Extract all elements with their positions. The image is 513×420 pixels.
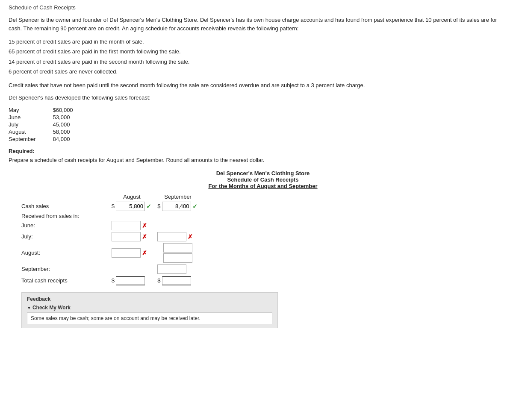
bullet-2: 65 percent of credit sales are paid in t…	[9, 47, 504, 56]
june-label: June:	[21, 220, 109, 231]
august-label: August:	[21, 242, 109, 264]
august-aug-x-icon: ✗	[142, 250, 147, 256]
forecast-label: Del Spencer's has developed the followin…	[9, 94, 504, 102]
dollar-aug: $	[112, 203, 115, 209]
total-sep-input[interactable]	[162, 276, 191, 285]
forecast-month-may: May	[9, 106, 53, 114]
forecast-month-august: August	[9, 128, 53, 135]
september-sep-cell	[155, 264, 201, 275]
dollar-sep: $	[157, 203, 160, 209]
forecast-month-september: September	[9, 135, 53, 143]
forecast-row-september: September 84,000	[9, 135, 90, 143]
bullet-list: 15 percent of credit sales are paid in t…	[9, 37, 504, 77]
august-aug-cell: ✗	[109, 242, 155, 264]
june-aug-input[interactable]	[112, 221, 141, 230]
bullet-1: 15 percent of credit sales are paid in t…	[9, 37, 504, 47]
september-label: September:	[21, 264, 109, 275]
check-aug-icon: ✓	[146, 203, 151, 210]
september-sep-input[interactable]	[157, 264, 186, 274]
july-label: July:	[21, 231, 109, 242]
total-label: Total cash receipts	[21, 275, 109, 286]
feedback-title: Feedback	[27, 296, 272, 302]
forecast-row-june: June 53,000	[9, 114, 90, 121]
schedule-container: Del Spencer's Men's Clothing Store Sched…	[21, 170, 504, 286]
august-sep-input-1[interactable]	[163, 243, 192, 253]
august-row: August: ✗	[21, 242, 201, 264]
triangle-icon: ▼	[27, 305, 31, 310]
cash-sales-sep-input[interactable]	[162, 202, 191, 211]
july-aug-input[interactable]	[112, 232, 141, 241]
august-sep-input-2[interactable]	[163, 253, 192, 263]
forecast-row-august: August 58,000	[9, 128, 90, 135]
intro-paragraph: Del Spencer is the owner and founder of …	[9, 16, 504, 32]
forecast-month-july: July	[9, 121, 53, 128]
total-sep-dollar: $	[157, 277, 160, 284]
check-my-work[interactable]: ▼Check My Work	[27, 305, 272, 311]
total-aug-input[interactable]	[116, 276, 145, 285]
received-aug-empty	[109, 212, 155, 220]
schedule-header: Del Spencer's Men's Clothing Store Sched…	[21, 170, 504, 189]
cash-sales-label: Cash sales	[21, 201, 109, 212]
company-name: Del Spencer's Men's Clothing Store	[21, 170, 504, 176]
received-header-row: Received from sales in:	[21, 212, 201, 220]
forecast-month-june: June	[9, 114, 53, 121]
forecast-amount-july: 45,000	[53, 121, 90, 128]
col-august-header: August	[109, 193, 155, 201]
forecast-amount-may: $60,000	[53, 106, 90, 114]
cash-sales-sep-cell: $ ✓	[155, 201, 201, 212]
cash-sales-row: Cash sales $ ✓ $ ✓	[21, 201, 201, 212]
schedule-table: August September Cash sales $ ✓ $	[21, 193, 201, 286]
july-row: July: ✗ ✗	[21, 231, 201, 242]
feedback-container: Feedback ▼Check My Work Some sales may b…	[21, 292, 278, 328]
total-aug-dollar: $	[112, 277, 115, 284]
august-sep-cell	[155, 242, 201, 264]
july-sep-x-icon: ✗	[188, 233, 193, 240]
cash-sales-aug-input[interactable]	[116, 202, 145, 211]
september-row: September:	[21, 264, 201, 275]
june-sep-cell	[155, 220, 201, 231]
schedule-period: For the Months of August and September	[21, 183, 504, 189]
total-row: Total cash receipts $ $	[21, 275, 201, 286]
july-aug-x-icon: ✗	[142, 233, 147, 240]
august-aug-input[interactable]	[112, 248, 141, 258]
bullet-4: 6 percent of credit sales are never coll…	[9, 67, 504, 76]
total-sep-cell: $	[155, 275, 201, 286]
note-text: Credit sales that have not been paid unt…	[9, 81, 504, 90]
received-sep-empty	[155, 212, 201, 220]
total-aug-cell: $	[109, 275, 155, 286]
schedule-title-line: Schedule of Cash Receipts	[21, 176, 504, 183]
july-sep-cell: ✗	[155, 231, 201, 242]
feedback-text: Some sales may be cash; some are on acco…	[27, 312, 272, 324]
june-aug-cell: ✗	[109, 220, 155, 231]
col-sep-header: September	[155, 193, 201, 201]
june-aug-x-icon: ✗	[142, 222, 147, 229]
forecast-row-july: July 45,000	[9, 121, 90, 128]
required-section: Required: Prepare a schedule of cash rec…	[9, 148, 504, 163]
forecast-section: May $60,000 June 53,000 July 45,000 Augu…	[9, 106, 504, 143]
page-title: Schedule of Cash Receipts	[9, 4, 504, 11]
forecast-amount-august: 58,000	[53, 128, 90, 135]
col-header-row: August September	[21, 193, 201, 201]
bullet-3: 14 percent of credit sales are paid in t…	[9, 57, 504, 67]
july-sep-input[interactable]	[157, 232, 186, 241]
forecast-amount-june: 53,000	[53, 114, 90, 121]
forecast-amount-september: 84,000	[53, 135, 90, 143]
col-label-header	[21, 193, 109, 201]
forecast-row-may: May $60,000	[9, 106, 90, 114]
required-label: Required:	[9, 148, 504, 154]
june-row: June: ✗	[21, 220, 201, 231]
september-aug-cell	[109, 264, 155, 275]
received-label: Received from sales in:	[21, 212, 109, 220]
forecast-table: May $60,000 June 53,000 July 45,000 Augu…	[9, 106, 90, 143]
cash-sales-aug-cell: $ ✓	[109, 201, 155, 212]
july-aug-cell: ✗	[109, 231, 155, 242]
prepare-text: Prepare a schedule of cash receipts for …	[9, 157, 504, 163]
check-sep-icon: ✓	[192, 203, 198, 210]
